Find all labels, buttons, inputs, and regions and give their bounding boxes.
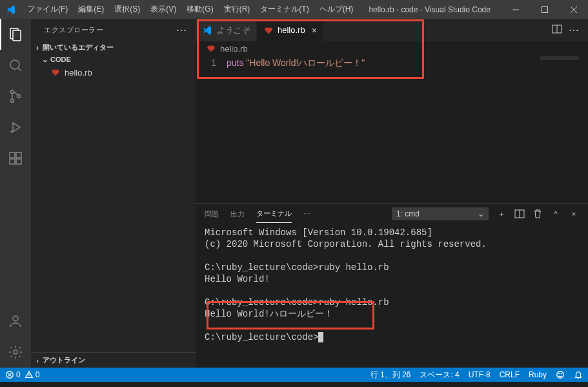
sidebar-header: エクスプローラー ⋯ [31, 19, 196, 41]
status-warnings[interactable]: 0 [25, 370, 40, 379]
window-controls [501, 0, 588, 19]
tab-welcome[interactable]: ようこそ [196, 19, 257, 41]
new-terminal-icon[interactable]: + [496, 209, 507, 219]
svg-rect-1 [542, 6, 547, 12]
activity-extensions-icon[interactable] [0, 143, 31, 174]
terminal-output[interactable]: Microsoft Windows [Version 10.0.19042.68… [196, 224, 588, 368]
maximize-button[interactable] [530, 0, 559, 19]
split-terminal-icon[interactable] [514, 209, 525, 219]
svg-point-28 [561, 373, 562, 374]
ruby-file-icon [206, 43, 216, 54]
code-editor[interactable]: 1 puts "Hello World!ハロールビー！" [196, 56, 588, 203]
outline-section[interactable]: › アウトライン [31, 352, 196, 368]
menu-view[interactable]: 表示(V) [145, 0, 181, 19]
titlebar: ファイル(F) 編集(E) 選択(S) 表示(V) 移動(G) 実行(R) ター… [0, 0, 588, 19]
status-warning-count: 0 [35, 370, 40, 379]
chevron-down-icon: ⌄ [478, 209, 484, 218]
svg-point-27 [559, 373, 560, 374]
panel-tab-output[interactable]: 出力 [230, 205, 245, 223]
sidebar-more-icon[interactable]: ⋯ [176, 24, 188, 36]
svg-rect-15 [16, 159, 21, 164]
panel-tab-terminal[interactable]: ターミナル [256, 205, 292, 223]
code-keyword: puts [227, 58, 243, 68]
activity-bar [0, 19, 31, 368]
main: エクスプローラー ⋯ › 開いているエディター ⌄ CODE hello.rb … [0, 19, 588, 368]
status-language[interactable]: Ruby [529, 370, 547, 379]
minimap[interactable] [540, 56, 579, 60]
activity-account-icon[interactable] [0, 306, 31, 337]
menu-terminal[interactable]: ターミナル(T) [255, 0, 314, 19]
code-line-1: puts "Hello World!ハロールビー！" [227, 56, 365, 203]
file-hello-rb[interactable]: hello.rb [31, 65, 196, 79]
editor-actions: ⋯ [552, 19, 588, 41]
terminal-selector-label: 1: cmd [396, 209, 420, 218]
menu-selection[interactable]: 選択(S) [109, 0, 145, 19]
svg-point-16 [13, 316, 18, 321]
menu-help[interactable]: ヘルプ(H) [314, 0, 359, 19]
menu-go[interactable]: 移動(G) [181, 0, 218, 19]
line-number: 1 [196, 56, 227, 203]
editor-area: ようこそ hello.rb × ⋯ hello.rb 1 [196, 19, 588, 368]
code-string: "Hello World!ハロールビー！" [246, 58, 365, 68]
svg-rect-5 [13, 30, 21, 41]
tab-close-icon[interactable]: × [312, 25, 317, 36]
menu-file[interactable]: ファイル(F) [22, 0, 73, 19]
activity-explorer-icon[interactable] [0, 19, 31, 50]
open-editors-section[interactable]: › 開いているエディター [31, 41, 196, 54]
status-bar: 0 0 行 1、列 26 スペース: 4 UTF-8 CRLF Ruby [0, 368, 588, 382]
ruby-file-icon [50, 67, 61, 78]
menu-edit[interactable]: 編集(E) [73, 0, 109, 19]
svg-point-17 [14, 350, 17, 354]
folder-name: CODE [50, 56, 71, 63]
split-editor-icon[interactable] [552, 24, 562, 37]
breadcrumb[interactable]: hello.rb [196, 41, 588, 56]
chevron-down-icon: ⌄ [40, 55, 50, 64]
close-panel-icon[interactable]: × [569, 209, 579, 219]
bell-icon[interactable] [574, 370, 583, 379]
breadcrumb-file: hello.rb [220, 44, 248, 54]
panel: 問題 出力 ターミナル ⋯ 1: cmd ⌄ + ^ × Microsoft W… [196, 203, 588, 368]
kill-terminal-icon[interactable] [532, 209, 543, 219]
status-encoding[interactable]: UTF-8 [469, 370, 491, 379]
svg-rect-12 [10, 152, 15, 158]
maximize-panel-icon[interactable]: ^ [551, 209, 561, 219]
vscode-logo-icon [0, 5, 22, 15]
chevron-right-icon: › [32, 43, 43, 52]
svg-rect-13 [16, 152, 21, 158]
activity-run-debug-icon[interactable] [0, 112, 31, 143]
status-error-count: 0 [16, 370, 21, 379]
panel-more-icon[interactable]: ⋯ [303, 210, 312, 218]
svg-point-11 [11, 131, 12, 132]
status-ln-col[interactable]: 行 1、列 26 [370, 370, 411, 381]
activity-source-control-icon[interactable] [0, 81, 31, 112]
menu-run[interactable]: 実行(R) [219, 0, 256, 19]
status-eol[interactable]: CRLF [500, 370, 520, 379]
svg-rect-14 [10, 159, 15, 164]
panel-tabs: 問題 出力 ターミナル ⋯ 1: cmd ⌄ + ^ × [196, 204, 588, 224]
minimize-button[interactable] [501, 0, 530, 19]
menu-bar: ファイル(F) 編集(E) 選択(S) 表示(V) 移動(G) 実行(R) ター… [22, 0, 358, 19]
activity-search-icon[interactable] [0, 50, 31, 81]
outline-label: アウトライン [43, 355, 85, 365]
feedback-icon[interactable] [556, 370, 565, 379]
chevron-right-icon: › [32, 357, 43, 364]
panel-tab-problems[interactable]: 問題 [205, 205, 219, 223]
close-button[interactable] [559, 0, 588, 19]
svg-point-9 [11, 99, 14, 103]
ruby-file-icon [263, 25, 274, 36]
status-spaces[interactable]: スペース: 4 [420, 370, 459, 381]
svg-point-26 [557, 371, 564, 379]
terminal-selector[interactable]: 1: cmd ⌄ [392, 207, 489, 220]
sidebar-explorer: エクスプローラー ⋯ › 開いているエディター ⌄ CODE hello.rb … [31, 19, 196, 368]
svg-point-10 [17, 95, 21, 98]
tab-hello-rb[interactable]: hello.rb × [257, 19, 324, 41]
svg-point-8 [11, 90, 14, 94]
tab-hello-label: hello.rb [278, 25, 305, 35]
svg-line-7 [18, 68, 21, 71]
status-errors[interactable]: 0 [5, 370, 21, 379]
folder-root[interactable]: ⌄ CODE [31, 54, 196, 65]
svg-point-6 [10, 60, 19, 69]
more-actions-icon[interactable]: ⋯ [569, 24, 580, 36]
sidebar-title: エクスプローラー [44, 25, 176, 35]
activity-settings-icon[interactable] [0, 337, 31, 368]
